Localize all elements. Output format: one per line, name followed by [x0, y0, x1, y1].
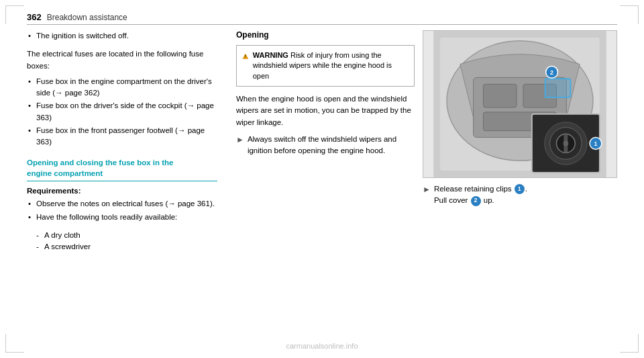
middle-column: Opening ! WARNING Risk of injury from us… — [228, 30, 423, 331]
action-item: ► Always switch off the windshield wiper… — [236, 134, 415, 157]
section-heading: Opening and closing the fuse box in the … — [27, 157, 217, 181]
corner-decoration-tr — [620, 5, 639, 24]
svg-rect-6 — [484, 84, 517, 107]
caption-text: Release retaining clips 1. Pull cover 2 … — [434, 183, 527, 207]
left-column: The ignition is switched off. The electr… — [27, 30, 228, 331]
svg-text:1: 1 — [594, 140, 597, 147]
svg-rect-17 — [564, 135, 568, 152]
car-illustration: 2 1 — [423, 31, 616, 177]
caption-badge-1: 1 — [515, 184, 525, 194]
action-text: Always switch off the windshield wipers … — [248, 134, 415, 157]
image-container: 2 1 — [423, 30, 617, 178]
tools-list: A dry cloth A screwdriver — [35, 230, 217, 253]
caption-area: ► Release retaining clips 1. Pull cover … — [423, 183, 617, 207]
page-number: 362 — [27, 12, 42, 22]
req-item-2: Have the following tools readily availab… — [27, 212, 217, 223]
corner-decoration-br — [620, 334, 639, 353]
page-header-title: Breakdown assistance — [47, 13, 127, 22]
page-header: 362 Breakdown assistance — [27, 12, 617, 25]
requirements-label: Requirements: — [27, 187, 217, 195]
ignition-list: The ignition is switched off. — [27, 30, 217, 42]
tool-item-1: A dry cloth — [35, 230, 217, 241]
action-arrow-icon: ► — [236, 134, 244, 146]
page-container: 362 Breakdown assistance The ignition is… — [0, 0, 644, 358]
fuse-box-list: Fuse box in the engine compartment on th… — [27, 76, 217, 148]
caption-badge-2: 2 — [471, 196, 481, 206]
fuse-box-item-3: Fuse box in the front passenger footwell… — [27, 125, 217, 148]
caption-action: ► Release retaining clips 1. Pull cover … — [423, 183, 617, 207]
fuse-box-item-1: Fuse box in the engine compartment on th… — [27, 76, 217, 99]
corner-decoration-tl — [5, 5, 24, 24]
caption-arrow-icon: ► — [423, 183, 431, 195]
opening-title: Opening — [236, 30, 415, 40]
body-text: When the engine hood is open and the win… — [236, 93, 415, 128]
requirements-list: Observe the notes on electrical fuses (→… — [27, 198, 217, 223]
watermark: carmanualsonline.info — [286, 342, 358, 350]
svg-rect-9 — [545, 79, 571, 97]
fuse-box-item-2: Fuse box on the driver's side of the coc… — [27, 100, 217, 124]
svg-text:2: 2 — [550, 69, 553, 76]
warning-box: ! WARNING Risk of injury from using the … — [236, 45, 415, 87]
warning-triangle-icon: ! — [242, 50, 249, 62]
req-item-1: Observe the notes on electrical fuses (→… — [27, 198, 217, 210]
right-column: 2 1 ► — [423, 30, 617, 331]
tool-item-2: A screwdriver — [35, 241, 217, 253]
warning-label: WARNING — [253, 51, 288, 59]
intro-text: The electrical fuses are located in the … — [27, 48, 217, 72]
ignition-item: The ignition is switched off. — [27, 30, 217, 42]
main-content: The ignition is switched off. The electr… — [27, 30, 617, 331]
warning-text: WARNING Risk of injury from using the wi… — [253, 50, 409, 81]
corner-decoration-bl — [5, 334, 24, 353]
